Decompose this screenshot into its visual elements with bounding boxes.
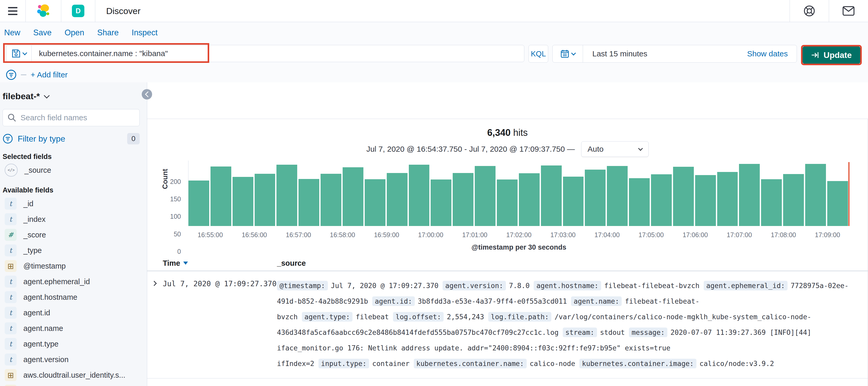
- y-axis-tick: 150: [170, 195, 181, 203]
- menu-link-save[interactable]: Save: [33, 28, 52, 37]
- field-value: 7.8.0: [509, 281, 530, 290]
- histogram-bar-17:09:00[interactable]: [827, 181, 848, 226]
- menu-link-new[interactable]: New: [4, 28, 20, 37]
- histogram-bar-17:06:00[interactable]: [695, 175, 716, 226]
- search-field-names-input[interactable]: [20, 113, 135, 122]
- date-field-type-icon: ⊞: [5, 260, 17, 272]
- table-row: Jul 7, 2020 @ 17:09:27.370@timestamp:Jul…: [147, 271, 868, 379]
- histogram-bar-17:05:30[interactable]: [673, 167, 694, 226]
- update-button[interactable]: Update: [803, 47, 860, 64]
- x-axis-tick: 17:03:00: [541, 231, 585, 239]
- histogram-bar-17:03:00[interactable]: [563, 177, 584, 226]
- chevron-left-icon: [145, 91, 151, 97]
- field-item-agent.type[interactable]: tagent.type: [3, 336, 140, 352]
- field-name: @timestamp: [23, 262, 66, 270]
- field-item-_type[interactable]: t_type: [3, 243, 140, 258]
- histogram-bar-17:00:00[interactable]: [431, 179, 452, 226]
- x-axis-tick: 17:08:00: [761, 231, 805, 239]
- histogram-bar-17:03:30[interactable]: [585, 170, 606, 226]
- histogram-bar-17:00:30[interactable]: [453, 173, 473, 226]
- field-value: filebeat: [355, 313, 389, 321]
- histogram-bar-17:04:30[interactable]: [629, 178, 650, 226]
- histogram-bar-17:01:00[interactable]: [475, 166, 496, 226]
- table-row: Jul 7, 2020 @ 17:09:27.245@timestamp:Jul…: [147, 379, 868, 386]
- field-value: stdout: [600, 328, 625, 336]
- t-field-type-icon: t: [5, 322, 17, 334]
- field-item-azure.auditlogs.properties.ac...[interactable]: ⊞azure.auditlogs.properties.ac...: [3, 383, 140, 386]
- saved-query-menu-button[interactable]: [6, 45, 31, 62]
- calendar-menu-button[interactable]: [553, 45, 583, 62]
- histogram-bar-16:56:00[interactable]: [255, 174, 275, 226]
- filter-icon[interactable]: [6, 69, 17, 80]
- field-item-@timestamp[interactable]: ⊞@timestamp: [3, 258, 140, 274]
- menu-link-share[interactable]: Share: [97, 28, 119, 37]
- collapse-sidebar-button[interactable]: [142, 89, 152, 99]
- filter-by-type-button[interactable]: Filter by type: [18, 134, 65, 144]
- expand-row-button[interactable]: [152, 278, 163, 372]
- current-time-marker: [848, 162, 849, 226]
- sort-descending-icon: [183, 262, 188, 265]
- field-key-badge: stream:: [563, 328, 597, 337]
- field-key-badge: kubernetes.container.image:: [579, 359, 696, 368]
- field-key-badge: agent.version:: [442, 281, 506, 290]
- elastic-logo[interactable]: [26, 0, 61, 22]
- field-item-agent.ephemeral_id[interactable]: tagent.ephemeral_id: [3, 274, 140, 289]
- time-range-value[interactable]: Last 15 minutes: [583, 49, 647, 58]
- field-item-agent.version[interactable]: tagent.version: [3, 352, 140, 367]
- index-pattern-name: filebeat-*: [3, 91, 40, 101]
- field-item-_id[interactable]: t_id: [3, 196, 140, 211]
- histogram-bar-17:01:30[interactable]: [497, 179, 518, 226]
- t-field-type-icon: t: [5, 244, 17, 257]
- histogram-bar-16:58:30[interactable]: [365, 179, 385, 226]
- histogram-bar-17:08:00[interactable]: [783, 174, 804, 226]
- histogram-bar-16:57:00[interactable]: [299, 179, 319, 226]
- hits-line: 6,340 hits: [147, 119, 868, 138]
- index-pattern-selector[interactable]: filebeat-*: [3, 91, 140, 101]
- histogram-bar-17:07:30[interactable]: [761, 179, 782, 226]
- histogram-bar-16:58:00[interactable]: [343, 167, 363, 226]
- filter-by-type-row: Filter by type 0: [3, 133, 140, 144]
- histogram-bar-16:55:30[interactable]: [232, 177, 253, 226]
- histogram-bar-17:07:00[interactable]: [739, 164, 760, 226]
- update-annotation-box: Update: [801, 45, 862, 65]
- menu-link-open[interactable]: Open: [65, 28, 84, 37]
- histogram-bar-16:59:30[interactable]: [409, 165, 430, 226]
- histogram-bar-17:02:30[interactable]: [541, 166, 562, 226]
- histogram-bar-17:04:00[interactable]: [607, 166, 628, 226]
- help-button[interactable]: [790, 0, 829, 22]
- histogram-bar-16:55:00[interactable]: [211, 167, 231, 226]
- query-bar: KQL Last 15 minutes Show dates Update: [0, 43, 868, 67]
- elastic-logo-icon: [37, 4, 50, 18]
- histogram-bar-17:02:00[interactable]: [519, 173, 540, 226]
- histogram-bar-17:05:00[interactable]: [651, 174, 672, 226]
- menu-hamburger-button[interactable]: [0, 0, 25, 22]
- number-field-type-icon: #: [5, 229, 17, 241]
- histogram-bar-16:56:30[interactable]: [276, 165, 297, 226]
- newsfeed-button[interactable]: [829, 0, 868, 22]
- query-input[interactable]: [31, 45, 524, 62]
- field-item-agent.hostname[interactable]: tagent.hostname: [3, 289, 140, 305]
- interval-select[interactable]: Auto: [581, 141, 649, 157]
- histogram-bar-16:57:30[interactable]: [320, 174, 341, 226]
- menu-link-inspect[interactable]: Inspect: [132, 28, 158, 37]
- field-item-_source[interactable]: </>_source: [3, 162, 140, 178]
- field-item-_index[interactable]: t_index: [3, 211, 140, 227]
- histogram-bar-17:06:30[interactable]: [717, 172, 738, 226]
- field-item-agent.name[interactable]: tagent.name: [3, 321, 140, 336]
- discover-app-badge[interactable]: D: [61, 0, 95, 22]
- time-column-header[interactable]: Time: [163, 259, 277, 268]
- field-item-_score[interactable]: #_score: [3, 227, 140, 243]
- show-dates-button[interactable]: Show dates: [747, 49, 797, 58]
- x-axis-labels: 16:55:0016:56:0016:57:0016:58:0016:59:00…: [188, 231, 849, 239]
- fields-sidebar: filebeat-* Filter by type 0 Selected fie…: [0, 82, 147, 386]
- histogram-bar-16:54:30[interactable]: [188, 181, 209, 226]
- x-axis-tick: 17:02:00: [497, 231, 541, 239]
- interval-value: Auto: [588, 145, 604, 153]
- add-filter-button[interactable]: + Add filter: [31, 70, 68, 79]
- field-item-agent.id[interactable]: tagent.id: [3, 305, 140, 321]
- kql-language-button[interactable]: KQL: [528, 45, 548, 63]
- field-item-aws.cloudtrail.user_identity.s...[interactable]: ⊞aws.cloudtrail.user_identity.s...: [3, 367, 140, 383]
- x-axis-tick: 17:04:00: [585, 231, 629, 239]
- histogram-bar-17:08:30[interactable]: [805, 164, 826, 226]
- histogram-bar-16:59:00[interactable]: [387, 173, 407, 226]
